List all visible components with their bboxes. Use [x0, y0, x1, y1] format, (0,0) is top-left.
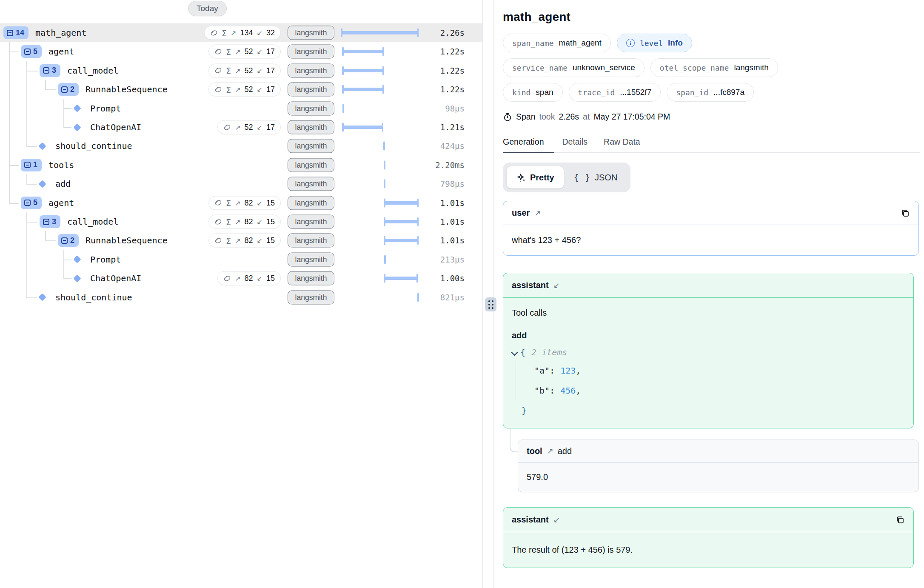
duration-bar — [341, 31, 418, 34]
span-name-label: agent — [48, 46, 74, 57]
tag-level[interactable]: level Info — [617, 34, 692, 52]
coin-icon — [214, 48, 222, 55]
copy-button[interactable] — [901, 208, 910, 218]
trace-row-runnable-sequence-2[interactable]: 2 RunnableSequence Σ ↗82 ↙15 langsmith 1… — [0, 231, 482, 250]
trace-row-prompt-2[interactable]: Prompt langsmith 213µs — [0, 250, 482, 269]
coin-icon — [223, 123, 231, 131]
vendor-badge: langsmith — [288, 252, 334, 266]
vendor-badge: langsmith — [288, 158, 334, 172]
trace-tree: 14 math_agent Σ ↗134 ↙32 langsmith 2.26s… — [0, 0, 482, 588]
leaf-diamond-icon — [73, 256, 81, 263]
duration-tick — [384, 180, 385, 188]
span-name-label: call_model — [67, 66, 118, 76]
collapse-toggle[interactable]: 2 — [58, 234, 79, 247]
tab-generation[interactable]: Generation — [503, 137, 554, 152]
trace-row-call-model-2[interactable]: 3 call_model Σ ↗82 ↙15 langsmith 1.01s — [0, 212, 482, 231]
child-count: 5 — [33, 47, 37, 56]
span-name-label: RunnableSequence — [86, 235, 168, 245]
span-name-label: RunnableSequence — [86, 84, 168, 94]
trace-row-call-model-1[interactable]: 3 call_model Σ ↗52 ↙17 langsmith 1.22s — [0, 61, 482, 80]
role-label: tool — [527, 446, 542, 456]
pretty-toggle-button[interactable]: Pretty — [507, 166, 564, 188]
trace-row-chatopenai-1[interactable]: ChatOpenAI ↗52 ↙17 langsmith 1.21s — [0, 118, 482, 137]
leaf-diamond-icon — [73, 104, 81, 112]
collapse-toggle[interactable]: 3 — [40, 215, 60, 228]
panel-divider-line — [482, 0, 483, 588]
output-tokens: 15 — [266, 217, 275, 226]
square-minus-icon — [24, 200, 31, 206]
tab-raw-data[interactable]: Raw Data — [596, 137, 648, 152]
trace-row-chatopenai-2[interactable]: ChatOpenAI ↗82 ↙15 langsmith 1.00s — [0, 269, 482, 288]
trace-row-prompt-1[interactable]: Prompt langsmith 98µs — [0, 99, 482, 118]
input-tokens-icon: ↗ — [231, 29, 236, 37]
sum-icon: Σ — [226, 85, 231, 94]
collapse-toggle[interactable]: 5 — [21, 45, 42, 58]
duration-bar — [384, 220, 418, 223]
coin-icon — [214, 199, 222, 207]
chevron-down-icon[interactable] — [512, 349, 518, 355]
vendor-badge: langsmith — [288, 63, 334, 77]
output-tokens: 17 — [266, 66, 275, 75]
output-tokens: 15 — [266, 198, 275, 207]
input-tokens: 52 — [245, 123, 253, 132]
sum-icon: Σ — [226, 198, 231, 208]
tab-details[interactable]: Details — [554, 137, 596, 152]
json-toggle-button[interactable]: { } JSON — [565, 166, 627, 188]
trace-row-agent-1[interactable]: 5 agent Σ ↗52 ↙17 langsmith 1.22s — [0, 42, 482, 61]
panel-resize-handle-icon[interactable] — [485, 297, 496, 311]
trace-row-should-continue-2[interactable]: should_continue langsmith 821µs — [0, 288, 482, 307]
child-count: 5 — [33, 198, 37, 207]
tag-kind: kind span — [503, 83, 563, 102]
duration-label: 213µs — [440, 255, 465, 264]
input-tokens: 52 — [245, 47, 253, 56]
vendor-badge: langsmith — [288, 215, 334, 229]
coin-icon — [214, 67, 222, 74]
collapse-toggle[interactable]: 1 — [21, 159, 42, 171]
incoming-arrow-icon: ↙ — [553, 281, 560, 290]
message-content: 579.0 — [518, 462, 918, 492]
span-detail-panel: math_agent span_name math_agent level In… — [494, 0, 924, 588]
role-label: assistant — [512, 515, 549, 525]
output-tokens-icon: ↙ — [257, 274, 262, 283]
duration-label: 798µs — [440, 179, 465, 188]
copy-button[interactable] — [895, 515, 905, 525]
collapse-toggle[interactable]: 2 — [58, 83, 79, 96]
outgoing-arrow-icon: ↗ — [534, 208, 541, 218]
output-tokens-icon: ↙ — [257, 29, 262, 37]
copy-icon — [895, 515, 905, 525]
message-header: tool ↗ add — [518, 440, 918, 462]
output-tokens: 32 — [266, 29, 275, 37]
trace-row-math-agent[interactable]: 14 math_agent Σ ↗134 ↙32 langsmith 2.26s — [0, 23, 482, 42]
trace-row-agent-2[interactable]: 5 agent Σ ↗82 ↙15 langsmith 1.01s — [0, 194, 482, 212]
input-tokens: 52 — [245, 66, 253, 75]
input-tokens-icon: ↗ — [235, 123, 240, 131]
sum-icon: Σ — [226, 217, 231, 226]
message-card-assistant-final: assistant ↙ The result of (123 + 456) is… — [503, 507, 914, 568]
output-tokens: 17 — [266, 47, 275, 56]
vendor-badge: langsmith — [288, 177, 334, 191]
token-usage-badge: Σ ↗82 ↙15 — [208, 196, 281, 210]
sum-icon: Σ — [222, 28, 227, 37]
span-timestamp: May 27 17:05:04 PM — [593, 112, 670, 122]
duration-tick — [384, 160, 385, 169]
date-separator-pill[interactable]: Today — [188, 1, 227, 16]
trace-row-tools[interactable]: 1 tools langsmith 2.20ms — [0, 156, 482, 174]
tool-result-wrapper: tool ↗ add 579.0 — [518, 440, 920, 492]
token-usage-badge: ↗52 ↙17 — [217, 120, 281, 134]
collapse-toggle[interactable]: 5 — [21, 197, 42, 209]
child-count: 2 — [70, 85, 74, 94]
output-tokens-icon: ↙ — [257, 66, 262, 74]
span-name-label: tools — [48, 160, 74, 170]
input-tokens: 52 — [245, 85, 253, 94]
collapse-toggle[interactable]: 14 — [3, 26, 29, 39]
span-name-label: ChatOpenAI — [90, 122, 141, 132]
trace-row-should-continue-1[interactable]: should_continue langsmith 424µs — [0, 137, 482, 155]
square-minus-icon — [7, 30, 13, 36]
tool-name: add — [558, 446, 572, 456]
trace-row-add[interactable]: add langsmith 798µs — [0, 174, 482, 193]
trace-row-runnable-sequence-1[interactable]: 2 RunnableSequence Σ ↗52 ↙17 langsmith 1… — [0, 80, 482, 99]
token-usage-badge: Σ ↗82 ↙15 — [208, 234, 281, 248]
duration-bar — [342, 69, 383, 72]
collapse-toggle[interactable]: 3 — [40, 64, 60, 77]
token-usage-badge: Σ ↗52 ↙17 — [208, 83, 281, 97]
